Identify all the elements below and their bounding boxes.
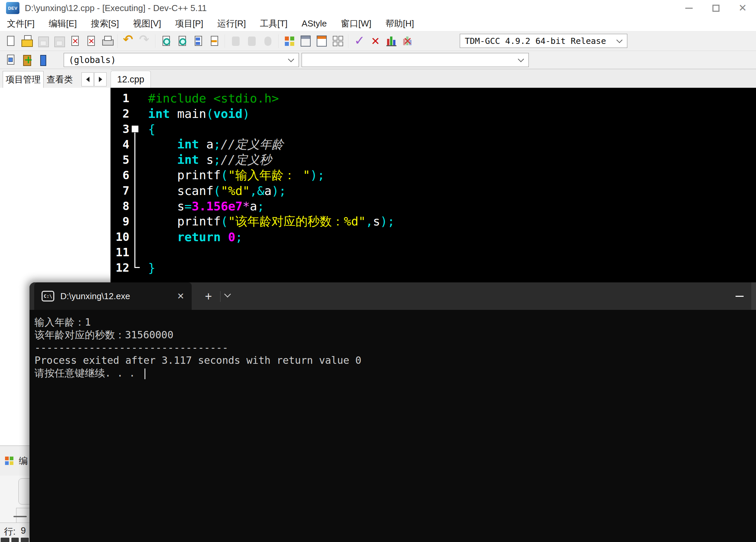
- close-file-button[interactable]: [67, 33, 83, 49]
- goto-line-button[interactable]: [206, 33, 223, 49]
- print-button[interactable]: [99, 33, 115, 49]
- fold-line: [134, 137, 135, 152]
- line-number: 4: [111, 138, 129, 151]
- editor-tab-12cpp[interactable]: 12.cpp: [111, 71, 151, 88]
- run-icon: [246, 35, 258, 47]
- tab-scroll-left-button[interactable]: [81, 72, 94, 86]
- fold-line: [134, 214, 135, 229]
- toolbar-separator: [348, 35, 349, 48]
- open-file-button[interactable]: [19, 33, 35, 49]
- fold-line: [134, 183, 135, 198]
- compile-icon: [230, 35, 242, 47]
- replace-button[interactable]: [190, 33, 206, 49]
- terminal-line-0: 输入年龄：1: [35, 316, 756, 329]
- line-number: 5: [111, 153, 129, 166]
- menu-item-2[interactable]: 搜索[S]: [84, 16, 126, 31]
- tab-class-view[interactable]: 查看类: [44, 71, 75, 88]
- project-window-button[interactable]: [298, 33, 314, 49]
- fold-line-end: [134, 267, 140, 268]
- code-line-4: 4 int a;//定义年龄: [111, 137, 756, 152]
- fold-column: [129, 214, 141, 229]
- save-all-icon: [53, 35, 65, 47]
- fold-column[interactable]: [129, 121, 141, 137]
- compiler-tab-label[interactable]: 编: [19, 455, 28, 467]
- new-file-button[interactable]: [3, 33, 19, 49]
- cmd-icon: C:\: [42, 291, 54, 301]
- find-button[interactable]: [158, 33, 174, 49]
- compiler-select[interactable]: TDM-GCC 4.9.2 64-bit Release: [460, 34, 627, 48]
- menu-item-0[interactable]: 文件[F]: [0, 16, 42, 31]
- code-line-11: 11: [111, 245, 756, 260]
- close-button[interactable]: ✕: [729, 0, 756, 16]
- fold-marker-icon[interactable]: [132, 126, 138, 132]
- app-icon: DEV: [6, 2, 19, 14]
- abort-compilation-button[interactable]: [367, 33, 383, 49]
- find-in-files-icon: [176, 35, 188, 47]
- minimize-button[interactable]: [676, 0, 702, 16]
- delete-profiling-icon: [401, 35, 414, 47]
- class-browser-select[interactable]: (globals): [64, 53, 299, 67]
- profile-analysis-button[interactable]: [383, 33, 399, 49]
- line-number: 6: [111, 168, 129, 182]
- terminal-tab[interactable]: C:\ D:\yunxing\12.exe ✕: [34, 282, 192, 310]
- maximize-button[interactable]: [702, 0, 729, 16]
- menu-item-7[interactable]: AStyle: [295, 16, 334, 31]
- code-line-9: 9 printf("该年龄对应的秒数：%d",s);: [111, 214, 756, 229]
- delete-profiling-button[interactable]: [399, 33, 416, 49]
- code-text: printf("输入年龄： ");: [141, 167, 325, 184]
- menu-item-1[interactable]: 编辑[E]: [42, 16, 84, 31]
- toolbar-separator: [155, 35, 156, 48]
- configure-layout-button[interactable]: [330, 33, 346, 49]
- tab-project-manager-label: 项目管理: [6, 74, 41, 85]
- menu-item-8[interactable]: 窗口[W]: [334, 16, 378, 31]
- member-select[interactable]: [302, 53, 529, 67]
- terminal-edge: [751, 282, 756, 310]
- goto-bookmark-button[interactable]: [35, 52, 51, 68]
- fold-line: [134, 198, 135, 214]
- code-line-12: 12}: [111, 260, 756, 275]
- code-text: scanf("%d",&a);: [141, 184, 286, 198]
- code-text: int main(void): [141, 107, 250, 121]
- terminal-new-tab-button[interactable]: +: [201, 289, 216, 304]
- save-file-icon: [37, 35, 49, 47]
- terminal-minimize-button[interactable]: [730, 282, 749, 310]
- editor-tab-label: 12.cpp: [117, 74, 144, 85]
- find-in-files-button[interactable]: [174, 33, 190, 49]
- tab-scroll-right-button[interactable]: [94, 72, 107, 86]
- syntax-check-button[interactable]: [351, 33, 367, 49]
- tab-project-manager[interactable]: 项目管理: [3, 71, 44, 88]
- menu-item-6[interactable]: 工具[T]: [253, 16, 295, 31]
- line-number: 12: [111, 261, 129, 274]
- compile-and-run-button: [260, 33, 276, 49]
- minimize-icon: [685, 8, 693, 9]
- fold-column: [129, 229, 141, 245]
- menu-item-3[interactable]: 视图[V]: [126, 16, 168, 31]
- open-file-icon: [21, 35, 33, 47]
- close-all-icon: [85, 35, 97, 47]
- project-options-button[interactable]: [314, 33, 330, 49]
- terminal-title-bar[interactable]: C:\ D:\yunxing\12.exe ✕ +: [29, 282, 756, 310]
- terminal-dropdown-icon[interactable]: [224, 291, 231, 297]
- line-number: 7: [111, 184, 129, 197]
- secondary-toolbar: (globals): [0, 51, 756, 69]
- terminal-minimize-icon: [736, 296, 744, 297]
- project-window-icon: [300, 35, 312, 47]
- menu-item-4[interactable]: 项目[P]: [168, 16, 210, 31]
- new-project-button[interactable]: [281, 33, 298, 49]
- fold-column: [129, 245, 141, 260]
- toggle-bookmark-button[interactable]: [19, 52, 35, 68]
- left-arrow-icon: [86, 77, 89, 82]
- goto-bookmark-icon: [37, 54, 49, 66]
- insert-icon: [5, 54, 17, 66]
- close-all-button[interactable]: [83, 33, 99, 49]
- menu-item-9[interactable]: 帮助[H]: [378, 16, 421, 31]
- maximize-icon: [712, 5, 719, 12]
- clipped-text-fragment: [21, 538, 29, 542]
- undo-button[interactable]: [121, 33, 137, 49]
- terminal-output[interactable]: 输入年龄：1该年龄对应的秒数：31560000-----------------…: [29, 310, 756, 542]
- menu-item-5[interactable]: 运行[R]: [210, 16, 253, 31]
- code-line-8: 8 s=3.156e7*a;: [111, 198, 756, 214]
- code-line-6: 6 printf("输入年龄： ");: [111, 167, 756, 183]
- terminal-tab-close-icon[interactable]: ✕: [177, 291, 184, 301]
- insert-button[interactable]: [3, 52, 19, 68]
